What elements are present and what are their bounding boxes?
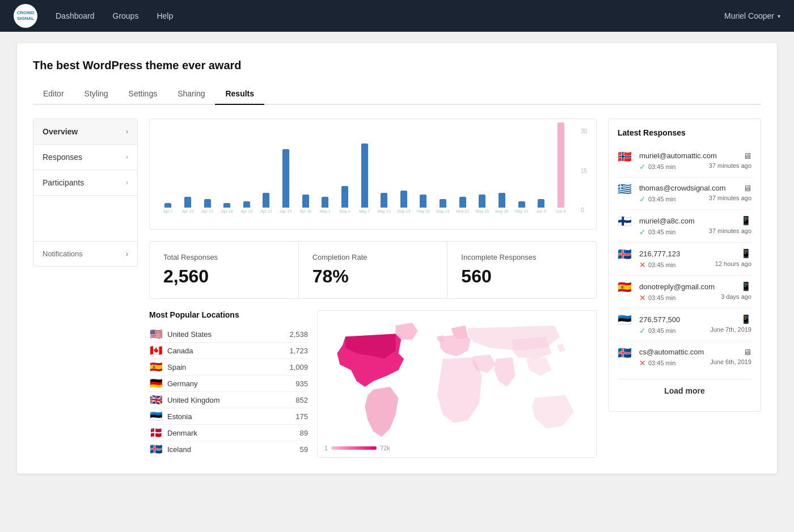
bar-label: May 7 xyxy=(359,209,370,213)
resp-info: donotreply@gmail.com 📱 ✕ 03:45 min 3 day… xyxy=(639,281,751,302)
resp-meta: ✕ 03:45 min 3 days ago xyxy=(639,293,751,302)
bar-label: Jun 6 xyxy=(556,209,565,213)
tab-settings[interactable]: Settings xyxy=(119,83,168,105)
bar-group: May 1 xyxy=(316,197,335,213)
location-row: 🇨🇦 Canada 1,723 xyxy=(149,343,308,359)
chevron-right-icon: › xyxy=(126,128,128,136)
sidebar-label-participants: Participants xyxy=(43,178,84,187)
chart-bar xyxy=(479,195,485,208)
bar-label: May 16 xyxy=(417,209,430,213)
bar-group: Apr 10 xyxy=(179,197,197,213)
location-row: 🇮🇸 Iceland 59 xyxy=(149,441,308,457)
tab-editor[interactable]: Editor xyxy=(33,83,74,105)
country-count: 175 xyxy=(295,412,308,421)
chart-bar xyxy=(361,143,368,208)
stat-incomplete-label: Incomplete Responses xyxy=(461,253,582,261)
resp-ago: June 6th, 2019 xyxy=(710,358,751,368)
location-row: 🇪🇸 Spain 1,009 xyxy=(149,359,308,375)
status-check-icon: ✓ xyxy=(639,227,646,237)
response-item: 🇫🇮 muriel@a8c.com 📱 ✓ 03:45 min 37 minut… xyxy=(618,210,751,243)
responses-panel-title: Latest Responses xyxy=(618,128,751,137)
bar-label: Apr 22 xyxy=(260,209,272,213)
resp-email: muriel@automattic.com xyxy=(639,151,717,160)
bar-label: Apr 19 xyxy=(241,209,253,213)
location-row: 🇩🇪 Germany 935 xyxy=(149,375,308,392)
bar-label: May 10 xyxy=(378,209,391,213)
resp-meta: ✓ 03:45 min June 7th, 2019 xyxy=(639,326,751,335)
page-title: The best WordPress theme ever award xyxy=(33,59,761,72)
resp-status: ✓ 03:45 min xyxy=(639,227,675,237)
tab-results[interactable]: Results xyxy=(215,83,264,105)
location-row: 🇺🇸 United States 2,538 xyxy=(149,326,308,343)
sidebar-label-responses: Responses xyxy=(43,153,82,162)
resp-email: 216,777,123 xyxy=(639,250,680,258)
bar-group: May 19 xyxy=(434,199,453,213)
locations-title: Most Popular Locations xyxy=(149,310,308,319)
chart-y-max: 30 xyxy=(581,128,587,134)
stat-incomplete-value: 560 xyxy=(461,266,582,287)
resp-time: 03:45 min xyxy=(648,196,675,202)
desktop-icon: 🖥 xyxy=(743,347,751,357)
nav-help[interactable]: Help xyxy=(157,11,173,20)
resp-ago: 37 minutes ago xyxy=(709,227,751,237)
country-flag: 🇺🇸 xyxy=(149,330,163,339)
country-count: 2,538 xyxy=(289,330,308,339)
resp-status: ✓ 03:45 min xyxy=(639,326,675,335)
tab-sharing[interactable]: Sharing xyxy=(167,83,215,105)
chart-bar xyxy=(459,197,466,208)
status-check-icon: ✓ xyxy=(639,162,646,171)
bar-group: May 28 xyxy=(493,193,512,213)
load-more-button[interactable]: Load more xyxy=(618,379,751,402)
chart-bar xyxy=(381,193,387,208)
sidebar: Overview › Responses › Participants › No… xyxy=(33,119,138,267)
nav-dashboard[interactable]: Dashboard xyxy=(56,11,95,20)
resp-ago: 3 days ago xyxy=(721,293,751,302)
resp-info: 276,577,500 📱 ✓ 03:45 min June 7th, 2019 xyxy=(639,314,751,335)
resp-email: thomas@crowdsignal.com xyxy=(639,184,726,192)
sidebar-item-participants[interactable]: Participants › xyxy=(33,170,137,196)
app-logo: CROWDSIGNAL xyxy=(14,4,37,28)
resp-email: muriel@a8c.com xyxy=(639,217,695,225)
location-row: 🇬🇧 United Kingdom 852 xyxy=(149,392,308,408)
country-flag: 🇩🇪 xyxy=(149,379,163,388)
page-container: The best WordPress theme ever award Edit… xyxy=(17,43,777,474)
country-count: 89 xyxy=(300,429,308,437)
user-name: Muriel Cooper xyxy=(724,11,774,20)
mobile-icon: 📱 xyxy=(741,281,751,292)
chart-bar xyxy=(420,195,426,208)
resp-meta: ✓ 03:45 min 37 minutes ago xyxy=(639,195,751,204)
resp-time: 03:45 min xyxy=(648,294,675,301)
resp-meta: ✕ 03:45 min 12 hours ago xyxy=(639,260,751,269)
bar-label: May 19 xyxy=(437,209,450,213)
status-x-icon: ✕ xyxy=(639,358,646,368)
tab-styling[interactable]: Styling xyxy=(74,83,119,105)
chevron-right-icon: › xyxy=(126,179,128,187)
user-menu[interactable]: Muriel Cooper ▾ xyxy=(724,11,780,20)
country-name: United Kingdom xyxy=(167,396,291,404)
bar-group: Apr 7 xyxy=(159,203,178,213)
response-item: 🇪🇸 donotreply@gmail.com 📱 ✕ 03:45 min 3 … xyxy=(618,276,751,309)
mobile-icon: 📱 xyxy=(741,248,751,259)
resp-ago: 37 minutes ago xyxy=(709,162,751,171)
stats-row: Total Responses 2,560 Completion Rate 78… xyxy=(149,241,597,299)
resp-info: muriel@a8c.com 📱 ✓ 03:45 min 37 minutes … xyxy=(639,216,751,237)
country-name: Denmark xyxy=(167,429,295,437)
stat-total-label: Total Responses xyxy=(163,253,285,261)
bar-label: May 31 xyxy=(515,209,528,213)
world-map: 1 72k xyxy=(317,310,597,458)
nav-links: Dashboard Groups Help xyxy=(56,11,724,20)
sidebar-item-overview[interactable]: Overview › xyxy=(33,119,137,145)
bottom-row: Most Popular Locations 🇺🇸 United States … xyxy=(149,310,597,458)
resp-time: 03:45 min xyxy=(648,229,675,235)
nav-groups[interactable]: Groups xyxy=(113,11,139,20)
chart-bar xyxy=(341,186,348,208)
country-count: 1,009 xyxy=(289,363,308,371)
sidebar-item-responses[interactable]: Responses › xyxy=(33,145,137,170)
sidebar-item-notifications[interactable]: Notifications › xyxy=(33,241,137,266)
chart-bar xyxy=(302,195,309,208)
bar-label: May 25 xyxy=(476,209,489,213)
desktop-icon: 🖥 xyxy=(743,183,751,193)
chart-bar xyxy=(558,123,564,208)
tab-bar: Editor Styling Settings Sharing Results xyxy=(33,83,761,105)
status-check-icon: ✓ xyxy=(639,195,646,204)
